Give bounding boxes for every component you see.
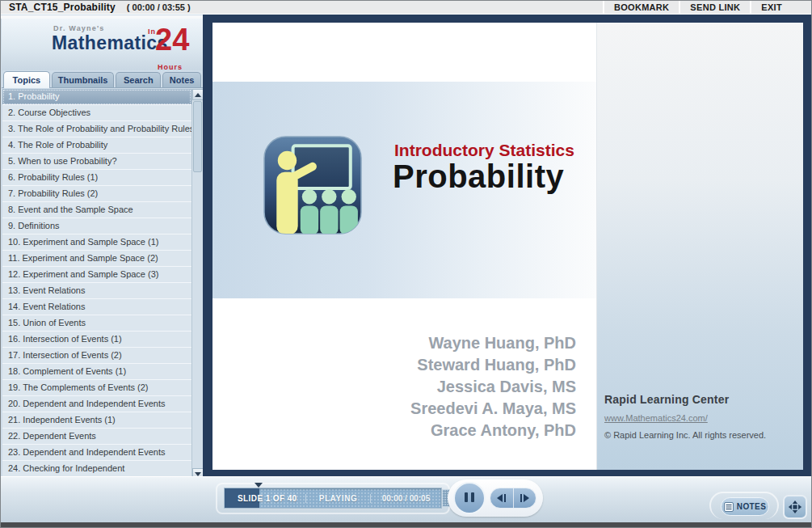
topic-list-item[interactable]: 11. Experiment and Sample Space (2) (2, 251, 191, 267)
topic-list-item[interactable]: 7. Probability Rules (2) (2, 186, 191, 202)
topic-list-item[interactable]: 22. Dependent Events (2, 429, 191, 445)
topic-list-item[interactable]: 1. Probability (2, 89, 191, 105)
topic-list-item[interactable]: 15. Union of Events (2, 315, 191, 332)
notes-button[interactable]: NOTES (721, 497, 769, 516)
notes-button-label: NOTES (737, 502, 766, 511)
pause-icon (463, 491, 476, 505)
titlebar-action-button[interactable]: BOOKMARK (603, 1, 679, 15)
topic-list-item[interactable]: 17. Intersection of Events (2) (2, 348, 191, 364)
fullscreen-button[interactable] (783, 495, 807, 519)
org-url-link[interactable]: www.Mathematics24.com/ (604, 413, 798, 423)
sidebar-tab[interactable]: Thumbnails (52, 72, 115, 87)
topic-list: 1. Probability2. Course Objectives3. The… (2, 89, 191, 479)
playback-status: PLAYING (305, 494, 370, 503)
course-title: STA_CT15_Probability (9, 2, 116, 13)
sidebar-tab[interactable]: Search (116, 72, 161, 87)
sidebar-tab[interactable]: Topics (3, 71, 50, 88)
slide-time: 00:00 / 00:05 (370, 494, 441, 503)
author-name: Jessica Davis, MS (410, 376, 576, 398)
previous-slide-button[interactable] (490, 488, 514, 508)
slide-counter: SLIDE 1 OF 40 (225, 494, 305, 503)
topic-list-item[interactable]: 8. Event and the Sample Space (2, 202, 191, 218)
titlebar: STA_CT15_Probability ( 00:00 / 03:55 ) B… (1, 1, 811, 15)
slide-right-panel: Rapid Learning Center www.Mathematics24.… (596, 23, 803, 470)
author-name: Steward Huang, PhD (410, 354, 576, 376)
topic-list-scrollbar[interactable] (191, 89, 203, 479)
playback-control-bar: SLIDE 1 OF 40 PLAYING 00:00 / 00:05 (1, 476, 812, 522)
topic-list-item[interactable]: 6. Probability Rules (1) (2, 170, 191, 186)
titlebar-action-button[interactable]: SEND LINK (679, 1, 750, 15)
scroll-up-button[interactable] (192, 89, 204, 100)
topic-list-item[interactable]: 16. Intersection of Events (1) (2, 332, 191, 348)
app-window: STA_CT15_Probability ( 00:00 / 03:55 ) B… (0, 0, 812, 528)
topic-list-item[interactable]: 10. Experiment and Sample Space (1) (2, 234, 191, 251)
scrollbar-thumb[interactable] (193, 101, 202, 172)
author-list: Wayne Huang, PhDSteward Huang, PhDJessic… (410, 332, 576, 441)
notes-icon (724, 502, 734, 512)
sidebar-tab[interactable]: Notes (162, 72, 201, 87)
step-forward-icon (524, 494, 529, 502)
slide-stage: Introductory Statistics Probability Wayn… (203, 15, 811, 476)
titlebar-actions: BOOKMARKSEND LINKEXIT (603, 1, 811, 14)
brand-logo: Dr. Wayne's Mathematics In 24 Hours (2, 19, 203, 70)
pause-button[interactable] (453, 482, 486, 514)
topic-list-item[interactable]: 13. Event Relations (2, 283, 191, 299)
logo-number: 24 (155, 25, 189, 54)
fullscreen-icon (788, 500, 802, 514)
step-buttons (490, 488, 536, 509)
org-block: Rapid Learning Center www.Mathematics24.… (604, 393, 798, 440)
titlebar-action-button[interactable]: EXIT (750, 1, 792, 15)
course-total-time: ( 00:00 / 03:55 ) (127, 2, 191, 12)
topic-list-item[interactable]: 14. Event Relations (2, 299, 191, 315)
teacher-presentation-icon (263, 136, 362, 234)
org-copyright: © Rapid Learning Inc. All rights reserve… (604, 430, 798, 440)
author-name: Grace Antony, PhD (410, 420, 576, 441)
topic-list-item[interactable]: 21. Independent Events (1) (2, 412, 191, 429)
author-name: Sreedevi A. Maya, MS (410, 398, 576, 420)
sidebar: Dr. Wayne's Mathematics In 24 Hours Topi… (2, 19, 203, 479)
topic-list-item[interactable]: 18. Complement of Events (1) (2, 364, 191, 380)
topic-list-item[interactable]: 20. Dependent and Independent Events (2, 396, 191, 412)
scroll-down-icon (195, 472, 201, 476)
next-slide-button[interactable] (514, 488, 536, 508)
logo-name: Mathematics (52, 32, 168, 54)
author-name: Wayne Huang, PhD (410, 332, 576, 354)
logo-hours: Hours (158, 63, 183, 70)
scroll-up-icon (195, 93, 201, 97)
sidebar-tabs: Topics Thumbnails Search Notes (2, 70, 203, 88)
topic-list-item[interactable]: 3. The Role of Probability and Probabili… (2, 121, 191, 137)
topic-list-item[interactable]: 9. Definitions (2, 218, 191, 234)
topic-list-item[interactable]: 24. Checking for Independent (2, 461, 191, 477)
topic-list-item[interactable]: 23. Dependent and Independent Events (2, 445, 191, 461)
slide-subject: Introductory Statistics (394, 141, 574, 160)
slide-title: Probability (393, 158, 564, 195)
topic-list-item[interactable]: 12. Experiment and Sample Space (3) (2, 267, 191, 283)
transport-button-cluster (448, 479, 543, 517)
slide-main-area: Introductory Statistics Probability Wayn… (212, 23, 596, 470)
progress-bar[interactable]: SLIDE 1 OF 40 PLAYING 00:00 / 00:05 (225, 488, 441, 508)
topic-list-item[interactable]: 5. When to use Probability? (2, 154, 191, 170)
bottom-strip (1, 522, 812, 528)
topic-list-item[interactable]: 19. The Complements of Events (2) (2, 380, 191, 396)
step-back-icon (497, 494, 503, 502)
org-name: Rapid Learning Center (604, 393, 798, 406)
topic-list-item[interactable]: 2. Course Objectives (2, 105, 191, 121)
topic-list-item[interactable]: 4. The Role of Probability (2, 137, 191, 154)
playhead-marker[interactable] (255, 483, 263, 488)
logo-prefix: Dr. Wayne's (53, 24, 105, 32)
